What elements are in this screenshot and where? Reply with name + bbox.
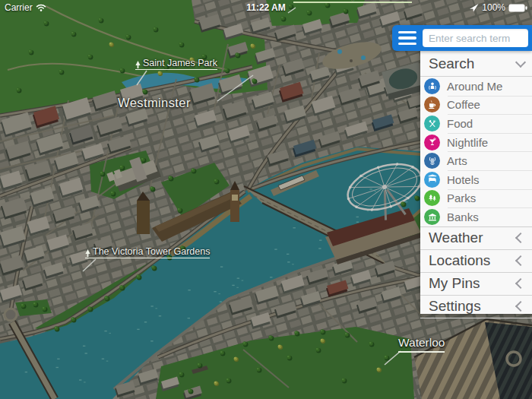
- menu-button[interactable]: [392, 25, 423, 51]
- category-coffee[interactable]: Coffee: [420, 96, 532, 115]
- food-icon: [424, 116, 440, 131]
- around-me-icon: [424, 78, 440, 94]
- category-list: Around Me Coffee Food Nightlife: [420, 77, 532, 227]
- tree-icon: [135, 61, 141, 68]
- app-screen: St James's Square Gardens Saint James Pa…: [0, 0, 532, 399]
- nightlife-icon: [424, 135, 440, 150]
- section-search[interactable]: Search: [420, 51, 532, 77]
- map-label-westminster: Westminster: [118, 96, 191, 110]
- hamburger-icon: [398, 31, 416, 34]
- chevron-left-icon: [515, 278, 526, 289]
- coffee-icon: [424, 97, 440, 112]
- category-parks[interactable]: Parks: [420, 189, 532, 208]
- battery-icon: [508, 4, 527, 12]
- search-input[interactable]: [423, 29, 528, 47]
- category-hotels[interactable]: Hotels: [420, 170, 532, 189]
- section-locations[interactable]: Locations: [420, 250, 532, 273]
- section-settings[interactable]: Settings: [420, 296, 532, 318]
- tree-icon: [85, 249, 90, 257]
- category-food[interactable]: Food: [420, 114, 532, 133]
- status-bar: Carrier 11:22 AM 100%: [0, 0, 532, 15]
- category-arts[interactable]: Arts: [420, 151, 532, 170]
- map-label-waterloo: Waterloo: [398, 336, 445, 353]
- map-label-victoria-gardens: The Victoria Tower Gardens: [85, 246, 210, 258]
- location-arrow-icon: [470, 4, 479, 12]
- section-label: Search: [429, 55, 517, 72]
- hotels-icon: [424, 172, 440, 188]
- arts-icon: [424, 153, 440, 169]
- side-panel: Search Around Me Coffee Food: [420, 51, 532, 314]
- clock: 11:22 AM: [0, 2, 532, 13]
- parks-icon: [424, 190, 440, 206]
- chevron-left-icon: [515, 301, 526, 312]
- carrier-label: Carrier: [5, 2, 33, 13]
- wifi-icon: [36, 4, 46, 11]
- map-label-saint-james-park: Saint James Park: [135, 58, 217, 70]
- search-toolbar: [392, 25, 532, 51]
- category-nightlife[interactable]: Nightlife: [420, 133, 532, 152]
- chevron-left-icon: [515, 233, 526, 243]
- section-my-pins[interactable]: My Pins: [420, 273, 532, 296]
- chevron-down-icon: [515, 56, 526, 67]
- category-banks[interactable]: Banks: [420, 207, 532, 226]
- category-around-me[interactable]: Around Me: [420, 77, 532, 96]
- section-weather[interactable]: Weather: [420, 227, 532, 250]
- battery-percent: 100%: [482, 2, 505, 13]
- chevron-left-icon: [515, 255, 526, 266]
- banks-icon: [424, 209, 440, 225]
